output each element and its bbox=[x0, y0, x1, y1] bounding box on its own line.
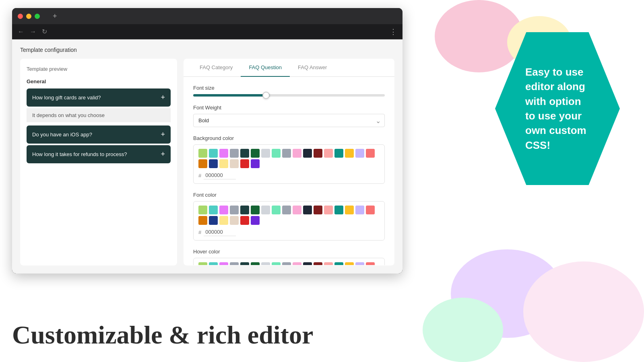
color-swatch[interactable] bbox=[272, 262, 281, 265]
color-swatch[interactable] bbox=[355, 206, 364, 214]
color-swatch[interactable] bbox=[240, 159, 249, 168]
color-swatch[interactable] bbox=[345, 206, 354, 214]
color-swatch[interactable] bbox=[251, 206, 260, 214]
right-panel: FAQ Category FAQ Question FAQ Answer Fon… bbox=[184, 59, 394, 265]
color-swatch[interactable] bbox=[272, 206, 281, 214]
browser-window: + ← → ↻ ⋮ Template configuration Templat… bbox=[12, 8, 402, 274]
new-tab-button[interactable]: + bbox=[53, 12, 57, 21]
faq-item-1[interactable]: How long gift cards are valid? + bbox=[27, 88, 171, 107]
hash-symbol: # bbox=[198, 173, 201, 179]
faq-item-2[interactable]: Do you have an iOS app? + bbox=[27, 125, 171, 144]
color-swatch[interactable] bbox=[334, 206, 343, 214]
color-swatch[interactable] bbox=[219, 216, 228, 225]
color-swatch[interactable] bbox=[251, 149, 260, 158]
faq-item-3[interactable]: How long it takes for refunds to process… bbox=[27, 145, 171, 163]
font-size-section: Font size bbox=[193, 85, 385, 97]
font-size-slider-thumb[interactable] bbox=[262, 92, 270, 99]
color-swatch[interactable] bbox=[198, 206, 207, 214]
color-swatch[interactable] bbox=[345, 149, 354, 158]
color-swatch[interactable] bbox=[219, 159, 228, 168]
browser-menu-button[interactable]: ⋮ bbox=[390, 27, 397, 36]
color-swatch[interactable] bbox=[240, 216, 249, 225]
hover-color-grid bbox=[198, 262, 380, 265]
font-weight-select-wrapper: Thin Light Regular Medium Bold Extra Bol… bbox=[193, 114, 385, 127]
color-swatch[interactable] bbox=[355, 262, 364, 265]
color-swatch[interactable] bbox=[324, 206, 333, 214]
main-layout: Template preview General How long gift c… bbox=[20, 59, 394, 265]
browser-dot-maximize[interactable] bbox=[35, 14, 40, 19]
color-swatch[interactable] bbox=[219, 206, 228, 214]
color-swatch[interactable] bbox=[314, 149, 322, 158]
forward-button[interactable]: → bbox=[30, 28, 36, 35]
browser-content: Template configuration Template preview … bbox=[12, 39, 402, 274]
font-weight-select[interactable]: Thin Light Regular Medium Bold Extra Bol… bbox=[193, 114, 385, 127]
tab-faq-answer[interactable]: FAQ Answer bbox=[290, 59, 335, 77]
color-swatch[interactable] bbox=[198, 262, 207, 265]
color-swatch[interactable] bbox=[219, 262, 228, 265]
color-swatch[interactable] bbox=[293, 262, 301, 265]
color-swatch[interactable] bbox=[251, 159, 260, 168]
color-swatch[interactable] bbox=[293, 149, 301, 158]
color-swatch[interactable] bbox=[303, 262, 312, 265]
color-swatch[interactable] bbox=[230, 262, 239, 265]
browser-dot-minimize[interactable] bbox=[26, 14, 31, 19]
color-swatch[interactable] bbox=[345, 262, 354, 265]
browser-dot-close[interactable] bbox=[18, 14, 23, 19]
hover-color-label: Hover color bbox=[193, 249, 385, 255]
color-swatch[interactable] bbox=[324, 149, 333, 158]
color-swatch[interactable] bbox=[219, 149, 228, 158]
background-color-hex-input[interactable] bbox=[204, 171, 236, 179]
color-swatch[interactable] bbox=[209, 216, 218, 225]
font-weight-label: Font Weight bbox=[193, 105, 385, 111]
color-swatch[interactable] bbox=[282, 262, 291, 265]
color-swatch[interactable] bbox=[251, 216, 260, 225]
color-swatch[interactable] bbox=[230, 159, 239, 168]
color-swatch[interactable] bbox=[198, 149, 207, 158]
color-swatch[interactable] bbox=[334, 262, 343, 265]
color-swatch[interactable] bbox=[303, 206, 312, 214]
color-swatch[interactable] bbox=[366, 206, 375, 214]
color-swatch[interactable] bbox=[261, 149, 270, 158]
color-swatch[interactable] bbox=[240, 149, 249, 158]
color-swatch[interactable] bbox=[261, 262, 270, 265]
color-swatch[interactable] bbox=[251, 262, 260, 265]
color-swatch[interactable] bbox=[366, 149, 375, 158]
back-button[interactable]: ← bbox=[18, 28, 24, 35]
color-swatch[interactable] bbox=[314, 206, 322, 214]
color-swatch[interactable] bbox=[240, 206, 249, 214]
color-swatch[interactable] bbox=[366, 262, 375, 265]
general-section-label: General bbox=[27, 78, 171, 84]
color-swatch[interactable] bbox=[230, 149, 239, 158]
color-swatch[interactable] bbox=[261, 206, 270, 214]
bg-decoration-green bbox=[423, 298, 503, 362]
color-swatch[interactable] bbox=[230, 216, 239, 225]
color-swatch[interactable] bbox=[198, 216, 207, 225]
color-swatch[interactable] bbox=[324, 262, 333, 265]
color-swatch[interactable] bbox=[198, 159, 207, 168]
color-swatch[interactable] bbox=[334, 149, 343, 158]
color-swatch[interactable] bbox=[293, 206, 301, 214]
color-swatch[interactable] bbox=[314, 262, 322, 265]
reload-button[interactable]: ↻ bbox=[42, 28, 47, 35]
faq-item-1-icon: + bbox=[161, 93, 165, 102]
browser-titlebar: + bbox=[12, 8, 402, 24]
font-size-label: Font size bbox=[193, 85, 385, 91]
color-swatch[interactable] bbox=[355, 149, 364, 158]
color-swatch[interactable] bbox=[282, 149, 291, 158]
color-swatch[interactable] bbox=[209, 159, 218, 168]
faq-answer-1: It depends on what you choose bbox=[27, 108, 171, 122]
color-swatch[interactable] bbox=[272, 149, 281, 158]
font-color-hex-input[interactable] bbox=[204, 228, 236, 236]
font-color-section: Font color bbox=[193, 192, 385, 241]
color-swatch[interactable] bbox=[303, 149, 312, 158]
color-swatch[interactable] bbox=[230, 206, 239, 214]
color-swatch[interactable] bbox=[282, 206, 291, 214]
color-swatch[interactable] bbox=[209, 262, 218, 265]
tab-faq-question[interactable]: FAQ Question bbox=[241, 59, 290, 77]
background-color-input-row: # bbox=[198, 171, 380, 179]
color-swatch[interactable] bbox=[240, 262, 249, 265]
left-panel: Template preview General How long gift c… bbox=[20, 59, 177, 265]
tab-faq-category[interactable]: FAQ Category bbox=[192, 59, 241, 77]
color-swatch[interactable] bbox=[209, 206, 218, 214]
color-swatch[interactable] bbox=[209, 149, 218, 158]
